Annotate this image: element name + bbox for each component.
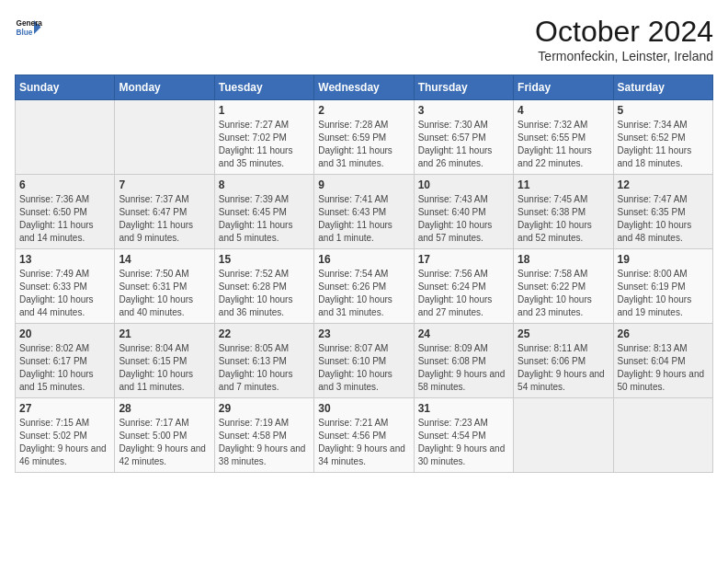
- day-number: 24: [418, 327, 509, 340]
- day-info: Sunrise: 7:21 AM Sunset: 4:56 PM Dayligh…: [318, 417, 409, 468]
- calendar-week-row: 6Sunrise: 7:36 AM Sunset: 6:50 PM Daylig…: [16, 175, 713, 249]
- day-number: 14: [119, 253, 210, 266]
- day-info: Sunrise: 8:13 AM Sunset: 6:04 PM Dayligh…: [618, 342, 709, 394]
- calendar-cell: 26Sunrise: 8:13 AM Sunset: 6:04 PM Dayli…: [613, 324, 712, 398]
- day-info: Sunrise: 7:36 AM Sunset: 6:50 PM Dayligh…: [19, 193, 110, 245]
- calendar-week-row: 27Sunrise: 7:15 AM Sunset: 5:02 PM Dayli…: [16, 398, 713, 473]
- day-number: 27: [19, 402, 110, 415]
- weekday-header-cell: Wednesday: [314, 75, 414, 100]
- calendar-cell: 18Sunrise: 7:58 AM Sunset: 6:22 PM Dayli…: [514, 249, 613, 324]
- calendar-cell: 24Sunrise: 8:09 AM Sunset: 6:08 PM Dayli…: [414, 324, 513, 398]
- calendar-cell: 25Sunrise: 8:11 AM Sunset: 6:06 PM Dayli…: [514, 324, 613, 398]
- weekday-header-row: SundayMondayTuesdayWednesdayThursdayFrid…: [16, 75, 713, 100]
- calendar-week-row: 20Sunrise: 8:02 AM Sunset: 6:17 PM Dayli…: [16, 324, 713, 398]
- calendar-cell: 23Sunrise: 8:07 AM Sunset: 6:10 PM Dayli…: [314, 324, 414, 398]
- day-info: Sunrise: 7:37 AM Sunset: 6:47 PM Dayligh…: [119, 193, 210, 245]
- day-info: Sunrise: 7:58 AM Sunset: 6:22 PM Dayligh…: [518, 268, 609, 319]
- calendar-cell: 31Sunrise: 7:23 AM Sunset: 4:54 PM Dayli…: [414, 398, 513, 473]
- logo-icon: General Blue: [15, 15, 42, 42]
- weekday-header-cell: Thursday: [414, 75, 513, 100]
- day-number: 25: [518, 327, 609, 340]
- calendar-cell: 29Sunrise: 7:19 AM Sunset: 4:58 PM Dayli…: [214, 398, 313, 473]
- calendar-cell: 3Sunrise: 7:30 AM Sunset: 6:57 PM Daylig…: [414, 100, 513, 175]
- day-number: 3: [418, 104, 509, 117]
- day-info: Sunrise: 8:05 AM Sunset: 6:13 PM Dayligh…: [219, 342, 310, 394]
- calendar-cell: 17Sunrise: 7:56 AM Sunset: 6:24 PM Dayli…: [414, 249, 513, 324]
- day-number: 12: [618, 178, 709, 191]
- logo: General Blue: [15, 15, 42, 42]
- calendar-week-row: 1Sunrise: 7:27 AM Sunset: 7:02 PM Daylig…: [16, 100, 713, 175]
- day-number: 17: [418, 253, 509, 266]
- calendar-cell: 10Sunrise: 7:43 AM Sunset: 6:40 PM Dayli…: [414, 175, 513, 249]
- weekday-header-cell: Saturday: [613, 75, 712, 100]
- svg-text:General: General: [17, 19, 43, 28]
- calendar-table: SundayMondayTuesdayWednesdayThursdayFrid…: [15, 75, 713, 473]
- day-number: 23: [318, 327, 409, 340]
- calendar-cell: 27Sunrise: 7:15 AM Sunset: 5:02 PM Dayli…: [16, 398, 115, 473]
- day-info: Sunrise: 7:43 AM Sunset: 6:40 PM Dayligh…: [418, 193, 509, 245]
- calendar-cell: [115, 100, 214, 175]
- day-number: 7: [119, 178, 210, 191]
- day-info: Sunrise: 7:30 AM Sunset: 6:57 PM Dayligh…: [418, 119, 509, 170]
- calendar-cell: 7Sunrise: 7:37 AM Sunset: 6:47 PM Daylig…: [115, 175, 214, 249]
- day-number: 8: [219, 178, 310, 191]
- day-info: Sunrise: 7:23 AM Sunset: 4:54 PM Dayligh…: [418, 417, 509, 468]
- calendar-cell: 19Sunrise: 8:00 AM Sunset: 6:19 PM Dayli…: [613, 249, 712, 324]
- calendar-cell: 11Sunrise: 7:45 AM Sunset: 6:38 PM Dayli…: [514, 175, 613, 249]
- calendar-cell: 21Sunrise: 8:04 AM Sunset: 6:15 PM Dayli…: [115, 324, 214, 398]
- calendar-cell: 5Sunrise: 7:34 AM Sunset: 6:52 PM Daylig…: [613, 100, 712, 175]
- day-info: Sunrise: 8:11 AM Sunset: 6:06 PM Dayligh…: [518, 342, 609, 394]
- day-number: 11: [518, 178, 609, 191]
- calendar-cell: 2Sunrise: 7:28 AM Sunset: 6:59 PM Daylig…: [314, 100, 414, 175]
- day-number: 16: [318, 253, 409, 266]
- day-number: 26: [618, 327, 709, 340]
- day-info: Sunrise: 7:19 AM Sunset: 4:58 PM Dayligh…: [219, 417, 310, 468]
- calendar-week-row: 13Sunrise: 7:49 AM Sunset: 6:33 PM Dayli…: [16, 249, 713, 324]
- calendar-cell: 8Sunrise: 7:39 AM Sunset: 6:45 PM Daylig…: [214, 175, 313, 249]
- day-number: 30: [318, 402, 409, 415]
- day-info: Sunrise: 7:45 AM Sunset: 6:38 PM Dayligh…: [518, 193, 609, 245]
- day-number: 4: [518, 104, 609, 117]
- day-number: 1: [219, 104, 310, 117]
- weekday-header-cell: Friday: [514, 75, 613, 100]
- day-info: Sunrise: 7:32 AM Sunset: 6:55 PM Dayligh…: [518, 119, 609, 170]
- calendar-cell: 28Sunrise: 7:17 AM Sunset: 5:00 PM Dayli…: [115, 398, 214, 473]
- title-area: October 2024 Termonfeckin, Leinster, Ire…: [535, 15, 713, 63]
- header: General Blue October 2024 Termonfeckin, …: [15, 15, 713, 63]
- day-info: Sunrise: 7:17 AM Sunset: 5:00 PM Dayligh…: [119, 417, 210, 468]
- calendar-body: 1Sunrise: 7:27 AM Sunset: 7:02 PM Daylig…: [16, 100, 713, 473]
- day-info: Sunrise: 7:56 AM Sunset: 6:24 PM Dayligh…: [418, 268, 509, 319]
- day-info: Sunrise: 7:52 AM Sunset: 6:28 PM Dayligh…: [219, 268, 310, 319]
- calendar-cell: 12Sunrise: 7:47 AM Sunset: 6:35 PM Dayli…: [613, 175, 712, 249]
- day-info: Sunrise: 7:47 AM Sunset: 6:35 PM Dayligh…: [618, 193, 709, 245]
- calendar-cell: 30Sunrise: 7:21 AM Sunset: 4:56 PM Dayli…: [314, 398, 414, 473]
- calendar-cell: 15Sunrise: 7:52 AM Sunset: 6:28 PM Dayli…: [214, 249, 313, 324]
- calendar-cell: 14Sunrise: 7:50 AM Sunset: 6:31 PM Dayli…: [115, 249, 214, 324]
- day-number: 19: [618, 253, 709, 266]
- weekday-header-cell: Monday: [115, 75, 214, 100]
- day-info: Sunrise: 8:00 AM Sunset: 6:19 PM Dayligh…: [618, 268, 709, 319]
- calendar-cell: [613, 398, 712, 473]
- subtitle: Termonfeckin, Leinster, Ireland: [535, 49, 713, 63]
- day-info: Sunrise: 7:34 AM Sunset: 6:52 PM Dayligh…: [618, 119, 709, 170]
- calendar-cell: [514, 398, 613, 473]
- day-info: Sunrise: 7:39 AM Sunset: 6:45 PM Dayligh…: [219, 193, 310, 245]
- day-info: Sunrise: 8:07 AM Sunset: 6:10 PM Dayligh…: [318, 342, 409, 394]
- day-info: Sunrise: 8:04 AM Sunset: 6:15 PM Dayligh…: [119, 342, 210, 394]
- day-number: 29: [219, 402, 310, 415]
- calendar-cell: [16, 100, 115, 175]
- month-title: October 2024: [535, 15, 713, 49]
- calendar-cell: 22Sunrise: 8:05 AM Sunset: 6:13 PM Dayli…: [214, 324, 313, 398]
- day-info: Sunrise: 7:49 AM Sunset: 6:33 PM Dayligh…: [19, 268, 110, 319]
- calendar-cell: 13Sunrise: 7:49 AM Sunset: 6:33 PM Dayli…: [16, 249, 115, 324]
- day-number: 10: [418, 178, 509, 191]
- calendar-cell: 4Sunrise: 7:32 AM Sunset: 6:55 PM Daylig…: [514, 100, 613, 175]
- day-info: Sunrise: 7:15 AM Sunset: 5:02 PM Dayligh…: [19, 417, 110, 468]
- day-number: 13: [19, 253, 110, 266]
- calendar-cell: 6Sunrise: 7:36 AM Sunset: 6:50 PM Daylig…: [16, 175, 115, 249]
- day-number: 6: [19, 178, 110, 191]
- day-number: 20: [19, 327, 110, 340]
- day-number: 31: [418, 402, 509, 415]
- day-number: 21: [119, 327, 210, 340]
- day-info: Sunrise: 7:28 AM Sunset: 6:59 PM Dayligh…: [318, 119, 409, 170]
